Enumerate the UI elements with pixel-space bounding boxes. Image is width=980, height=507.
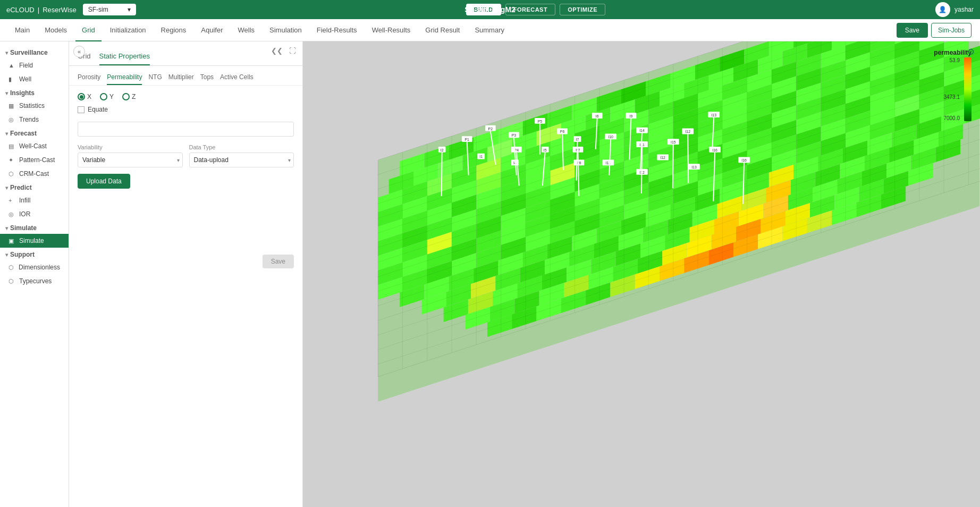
sidebar-item-pattern-cast[interactable]: ✦ Pattern-Cast xyxy=(0,153,69,167)
sidebar-item-well[interactable]: ▮ Well xyxy=(0,72,69,86)
grid-settings-icon[interactable]: ⚙ xyxy=(967,47,975,57)
subtab-multiplier[interactable]: Multiplier xyxy=(168,71,194,85)
equate-checkbox[interactable] xyxy=(78,106,85,113)
sidebar: ▾ Surveillance ▲ Field ▮ Well ▾ Insights… xyxy=(0,41,69,507)
nav-grid[interactable]: Grid xyxy=(75,19,102,41)
mode-selector: BUILD FORECAST OPTIMIZE xyxy=(142,4,929,15)
nav-summary[interactable]: Summary xyxy=(468,19,511,41)
upload-data-button[interactable]: Upload Data xyxy=(78,174,130,189)
mode-optimize-button[interactable]: OPTIMIZE xyxy=(560,4,605,15)
sidebar-item-label: Statistics xyxy=(19,102,45,109)
navbar-actions: Save Sim-Jobs xyxy=(897,23,971,38)
legend-bar: 53.9 3473.1 7000.0 xyxy=(943,57,971,121)
sidebar-item-crm-cast[interactable]: ⬡ CRM-Cast xyxy=(0,167,69,181)
panel-save-button[interactable]: Save xyxy=(263,255,294,268)
sidebar-section-surveillance[interactable]: ▾ Surveillance xyxy=(0,46,69,58)
topbar: eCLOUD | ReserWise SF-sim ▾ BUILD FORECA… xyxy=(0,0,980,19)
svg-text:I7: I7 xyxy=(576,138,579,141)
direction-radio-group: X Y Z xyxy=(78,93,294,100)
sidebar-item-label: Well xyxy=(19,75,31,83)
variability-select[interactable]: Variable Constant xyxy=(78,153,183,167)
data-type-group: Data Type Data-upload Constant Formula ▾ xyxy=(189,144,294,167)
subtab-permeability[interactable]: Permeability xyxy=(107,71,142,85)
project-name: SF-sim-eggM2 xyxy=(464,5,516,14)
data-type-select-wrap: Data-upload Constant Formula ▾ xyxy=(189,153,294,167)
sidebar-item-label: Typecurves xyxy=(19,277,52,285)
tab-static-properties[interactable]: Static Properties xyxy=(99,49,150,65)
sidebar-item-simulate[interactable]: ▣ Simulate xyxy=(0,234,69,248)
chevron-icon: ▾ xyxy=(5,131,8,137)
sidebar-section-support[interactable]: ▾ Support xyxy=(0,248,69,260)
svg-text:I6: I6 xyxy=(596,114,599,118)
sidebar-item-trends[interactable]: ◎ Trends xyxy=(0,113,69,126)
simjobs-button[interactable]: Sim-Jobs xyxy=(931,23,971,38)
equate-input[interactable] xyxy=(78,122,294,137)
nav-aquifer[interactable]: Aquifer xyxy=(195,19,229,41)
nav-grid-result[interactable]: Grid Result xyxy=(419,19,466,41)
svg-text:P8: P8 xyxy=(577,161,581,165)
sidebar-item-label: Field xyxy=(19,62,33,69)
nav-simulation[interactable]: Simulation xyxy=(263,19,308,41)
topbar-right: 👤 yashar xyxy=(935,2,974,17)
sidebar-item-label: CRM-Cast xyxy=(19,170,49,178)
well-icon: ▮ xyxy=(9,76,16,83)
variability-group: Variability Variable Constant ▾ xyxy=(78,144,183,167)
nav-initialization[interactable]: Initialization xyxy=(104,19,153,41)
chevron-icon: ▾ xyxy=(5,252,8,258)
subtab-ntg[interactable]: NTG xyxy=(148,71,162,85)
radio-x[interactable]: X xyxy=(78,93,91,100)
sidebar-item-dimensionless[interactable]: ⬡ Dimensionless xyxy=(0,260,69,274)
radio-z[interactable]: Z xyxy=(122,93,136,100)
svg-text:P6: P6 xyxy=(560,130,565,133)
nav-main[interactable]: Main xyxy=(9,19,36,41)
sidebar-item-ior[interactable]: ◎ IOR xyxy=(0,207,69,221)
ior-icon: ◎ xyxy=(9,211,16,218)
chevron-down-icon: ▾ xyxy=(128,6,131,13)
panel: « ❮❮ ⛶ Grid Static Properties Porosity P… xyxy=(69,41,303,507)
sidebar-section-forecast[interactable]: ▾ Forecast xyxy=(0,126,69,139)
radio-z-dot xyxy=(122,93,130,100)
sidebar-item-infill[interactable]: + Infill xyxy=(0,193,69,207)
sidebar-section-simulate[interactable]: ▾ Simulate xyxy=(0,221,69,234)
sidebar-item-typecurves[interactable]: ⬡ Typecurves xyxy=(0,274,69,288)
sidebar-item-field[interactable]: ▲ Field xyxy=(0,58,69,72)
panel-expand-button[interactable]: ⛶ xyxy=(287,46,298,56)
svg-text:I14: I14 xyxy=(639,129,645,132)
trends-icon: ◎ xyxy=(9,116,16,123)
radio-y-label: Y xyxy=(109,93,114,100)
nav-wells[interactable]: Wells xyxy=(232,19,261,41)
svg-text:I1: I1 xyxy=(479,155,483,158)
subtab-active-cells[interactable]: Active Cells xyxy=(220,71,254,85)
radio-z-label: Z xyxy=(132,93,136,100)
sim-select[interactable]: SF-sim ▾ xyxy=(83,4,136,15)
nav-regions[interactable]: Regions xyxy=(155,19,193,41)
svg-text:I2: I2 xyxy=(441,148,444,152)
svg-text:P1: P1 xyxy=(465,138,470,141)
sidebar-section-insights[interactable]: ▾ Insights xyxy=(0,86,69,99)
well-cast-icon: ▤ xyxy=(9,143,16,150)
sidebar-section-predict[interactable]: ▾ Predict xyxy=(0,181,69,193)
avatar-icon: 👤 xyxy=(939,6,947,13)
nav-field-results[interactable]: Field-Results xyxy=(310,19,364,41)
sidebar-item-label: Trends xyxy=(19,116,39,123)
sidebar-item-statistics[interactable]: ▦ Statistics xyxy=(0,99,69,113)
sidebar-section-label: Forecast xyxy=(10,130,37,137)
subtab-tops[interactable]: Tops xyxy=(200,71,214,85)
sidebar-item-label: Dimensionless xyxy=(19,264,60,271)
navbar: Main Models Grid Initialization Regions … xyxy=(0,19,980,41)
radio-y[interactable]: Y xyxy=(100,93,114,100)
nav-well-results[interactable]: Well-Results xyxy=(366,19,417,41)
save-button[interactable]: Save xyxy=(897,23,928,38)
statistics-icon: ▦ xyxy=(9,103,16,109)
nav-models[interactable]: Models xyxy=(38,19,73,41)
panel-controls: ❮❮ ⛶ xyxy=(269,46,298,56)
field-icon: ▲ xyxy=(9,62,16,69)
panel-collapse-button[interactable]: « xyxy=(73,46,85,57)
panel-minimize-button[interactable]: ❮❮ xyxy=(269,46,285,56)
subtab-porosity[interactable]: Porosity xyxy=(78,71,100,85)
data-type-label: Data Type xyxy=(189,144,294,150)
data-type-select[interactable]: Data-upload Constant Formula xyxy=(189,153,294,167)
sidebar-item-label: IOR xyxy=(19,210,30,218)
sidebar-item-well-cast[interactable]: ▤ Well-Cast xyxy=(0,139,69,153)
panel-subtabs: Porosity Permeability NTG Multiplier Top… xyxy=(69,66,302,86)
